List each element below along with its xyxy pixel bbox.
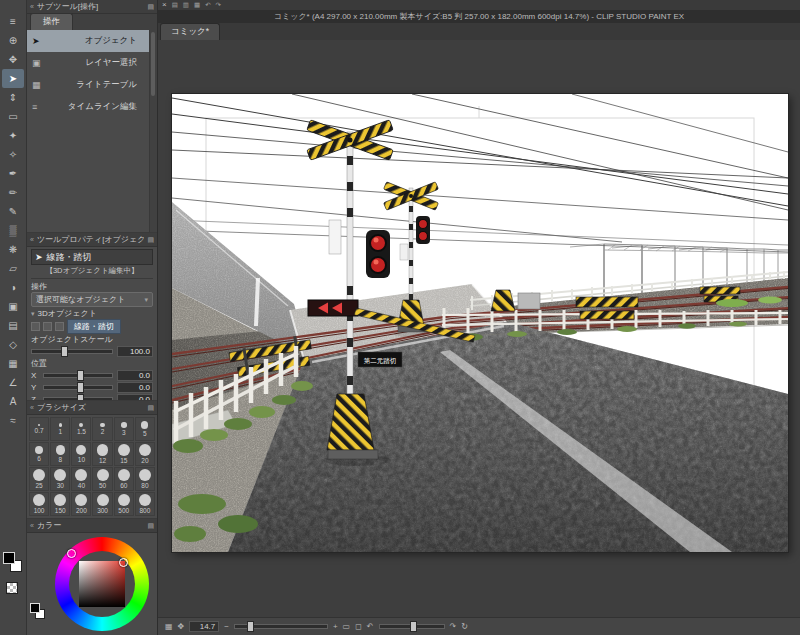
- actual-size-icon[interactable]: ◻: [355, 622, 362, 631]
- brush-size-cell[interactable]: 25: [29, 467, 49, 491]
- hue-ring[interactable]: [55, 537, 149, 631]
- sv-selector[interactable]: [119, 558, 128, 567]
- subtool-list-item[interactable]: ▣ レイヤー選択: [27, 52, 150, 74]
- rotate-right-icon[interactable]: ↷: [450, 622, 457, 631]
- hue-selector[interactable]: [67, 549, 76, 558]
- brush-size-cell[interactable]: 150: [50, 492, 70, 516]
- brush-size-cell[interactable]: 1: [50, 417, 70, 441]
- tool-button[interactable]: ▭: [2, 107, 24, 126]
- canvas-3d-scene[interactable]: 第二元踏切: [172, 94, 788, 552]
- redo-icon[interactable]: ↷: [216, 1, 221, 9]
- selected-object-chip[interactable]: 線路・踏切: [67, 319, 121, 334]
- object-thumb-icon[interactable]: [55, 322, 64, 331]
- axis-slider[interactable]: [43, 385, 113, 390]
- collapse-icon[interactable]: «: [30, 522, 34, 529]
- brush-size-cell[interactable]: 20: [135, 442, 155, 466]
- tool-button[interactable]: ▦: [2, 354, 24, 373]
- brush-size-cell[interactable]: 5: [135, 417, 155, 441]
- panel-menu-icon[interactable]: ▤: [147, 404, 154, 412]
- brush-size-cell[interactable]: 10: [71, 442, 91, 466]
- slider-thumb[interactable]: [410, 621, 417, 632]
- tool-button[interactable]: ▤: [2, 316, 24, 335]
- rotate-slider[interactable]: [379, 624, 445, 629]
- tool-button[interactable]: ≈: [2, 411, 24, 430]
- rotate-left-icon[interactable]: ↶: [367, 622, 374, 631]
- subtool-list-item[interactable]: ▦ ライトテーブル: [27, 74, 150, 96]
- tool-button[interactable]: ✦: [2, 126, 24, 145]
- brush-size-cell[interactable]: 100: [29, 492, 49, 516]
- brush-size-cell[interactable]: 12: [92, 442, 112, 466]
- save-icon[interactable]: ▦: [194, 1, 200, 9]
- close-icon[interactable]: ×: [162, 1, 167, 9]
- brush-size-cell[interactable]: 40: [71, 467, 91, 491]
- object-group-row[interactable]: ▾ 3Dオブジェクト: [31, 308, 153, 319]
- tool-button[interactable]: ∠: [2, 373, 24, 392]
- subtool-scrollbar[interactable]: [149, 30, 157, 232]
- collapse-icon[interactable]: «: [30, 3, 34, 10]
- open-icon[interactable]: ▥: [183, 1, 189, 9]
- panel-menu-icon[interactable]: ▤: [147, 236, 154, 244]
- pan-icon[interactable]: ✥: [178, 622, 185, 631]
- collapse-icon[interactable]: «: [30, 404, 34, 411]
- tool-button[interactable]: ✏: [2, 183, 24, 202]
- brush-size-cell[interactable]: 0.7: [29, 417, 49, 441]
- tool-button[interactable]: ◑: [2, 278, 24, 297]
- transparent-color-swatch[interactable]: [6, 582, 18, 594]
- collapse-icon[interactable]: «: [30, 236, 34, 243]
- brush-size-cell[interactable]: 500: [114, 492, 134, 516]
- zoom-out-icon[interactable]: −: [224, 622, 229, 631]
- zoom-in-icon[interactable]: +: [333, 622, 338, 631]
- tool-button[interactable]: ✎: [2, 202, 24, 221]
- slider-thumb[interactable]: [247, 621, 254, 632]
- brush-size-cell[interactable]: 2: [92, 417, 112, 441]
- selectable-objects-dropdown[interactable]: 選択可能なオブジェクト ▾: [31, 292, 153, 307]
- axis-slider[interactable]: [43, 373, 113, 378]
- document-tab[interactable]: コミック*: [160, 23, 220, 40]
- reset-view-icon[interactable]: ↻: [461, 622, 468, 631]
- slider-thumb[interactable]: [77, 370, 84, 381]
- navigator-icon[interactable]: ▦: [165, 622, 173, 631]
- tool-button[interactable]: ➤: [2, 69, 24, 88]
- tool-button[interactable]: ⇕: [2, 88, 24, 107]
- slider-thumb[interactable]: [61, 346, 68, 357]
- brush-size-cell[interactable]: 6: [29, 442, 49, 466]
- main-color-mini-swatch[interactable]: [30, 603, 40, 613]
- subtool-list-item[interactable]: ≡ タイムライン編集: [27, 96, 150, 118]
- tool-button[interactable]: ▒: [2, 221, 24, 240]
- new-canvas-icon[interactable]: ▤: [172, 1, 178, 9]
- subtool-tab-operation[interactable]: 操作: [30, 13, 73, 30]
- sv-square[interactable]: [79, 561, 125, 607]
- zoom-slider[interactable]: [234, 624, 328, 629]
- group-toggle-icon[interactable]: ▾: [31, 310, 35, 318]
- canvas-page[interactable]: 第二元踏切: [172, 94, 788, 552]
- object-thumb-icon[interactable]: [43, 322, 52, 331]
- object-scale-slider[interactable]: [31, 349, 113, 354]
- panel-menu-icon[interactable]: ▤: [147, 3, 154, 11]
- brush-size-cell[interactable]: 800: [135, 492, 155, 516]
- tool-button[interactable]: ✒: [2, 164, 24, 183]
- tool-button[interactable]: ◇: [2, 335, 24, 354]
- brush-size-cell[interactable]: 15: [114, 442, 134, 466]
- brush-size-cell[interactable]: 80: [135, 467, 155, 491]
- brush-size-cell[interactable]: 60: [114, 467, 134, 491]
- subtool-list-item[interactable]: ➤ オブジェクト: [27, 30, 150, 52]
- brush-size-cell[interactable]: 50: [92, 467, 112, 491]
- brush-size-cell[interactable]: 1.5: [71, 417, 91, 441]
- tool-button[interactable]: ▱: [2, 259, 24, 278]
- fit-screen-icon[interactable]: ▭: [343, 622, 351, 631]
- brush-size-cell[interactable]: 30: [50, 467, 70, 491]
- main-color-swatch[interactable]: [3, 552, 15, 564]
- panel-menu-icon[interactable]: ▤: [147, 522, 154, 530]
- scrollbar-thumb[interactable]: [151, 32, 155, 96]
- object-thumb-icon[interactable]: [31, 322, 40, 331]
- brush-size-cell[interactable]: 300: [92, 492, 112, 516]
- tool-button[interactable]: ✧: [2, 145, 24, 164]
- brush-size-cell[interactable]: 200: [71, 492, 91, 516]
- tool-button[interactable]: ⊕: [2, 31, 24, 50]
- tool-button[interactable]: ≡: [2, 12, 24, 31]
- brush-size-cell[interactable]: 3: [114, 417, 134, 441]
- brush-size-cell[interactable]: 8: [50, 442, 70, 466]
- slider-thumb[interactable]: [77, 382, 84, 393]
- tool-button[interactable]: ❋: [2, 240, 24, 259]
- tool-button[interactable]: ✥: [2, 50, 24, 69]
